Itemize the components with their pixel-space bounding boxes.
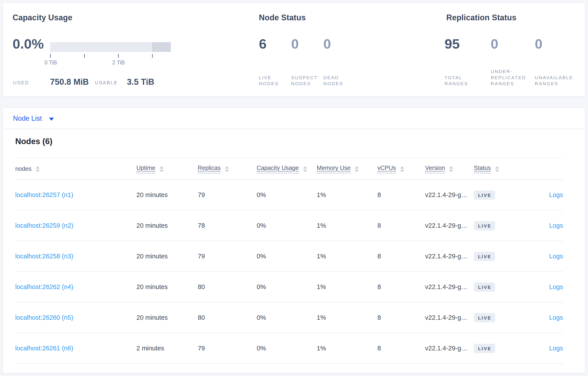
vcpus-cell: 8 [378, 253, 425, 260]
capacity-usage-title: Capacity Usage [13, 13, 72, 22]
logs-link[interactable]: Logs [549, 191, 563, 198]
uptime-cell: 20 minutes [136, 222, 198, 229]
axis-tick [50, 54, 51, 58]
node-cell: localhost:26258 (n3) [15, 253, 136, 260]
sort-arrows-icon[interactable] [449, 166, 453, 172]
vcpus-cell: 8 [378, 283, 425, 291]
capacity-usage-cell: 0% [257, 283, 317, 291]
suspect-nodes-label: SUSPECT NODES [291, 74, 318, 87]
version-cell: v22.1.4-29-g… [425, 345, 474, 352]
vcpus-cell: 8 [378, 222, 425, 229]
node-address-link[interactable]: localhost:26259 (n2) [15, 222, 73, 229]
node-address-link[interactable]: localhost:26258 (n3) [15, 253, 73, 260]
column-header-replicas[interactable]: Replicas [198, 165, 257, 173]
replicas-cell: 80 [198, 314, 257, 321]
version-cell: v22.1.4-29-g… [425, 314, 474, 321]
node-list-dropdown[interactable]: Node List [3, 108, 585, 129]
version-cell: v22.1.4-29-g… [425, 283, 474, 291]
sort-arrows-icon[interactable] [355, 166, 359, 172]
column-header-version[interactable]: Version [425, 165, 474, 173]
version-cell: v22.1.4-29-g… [425, 253, 474, 260]
column-header-capacity-usage[interactable]: Capacity Usage [257, 165, 317, 173]
column-header-memory-use[interactable]: Memory Use [317, 165, 378, 173]
logs-link[interactable]: Logs [549, 253, 563, 260]
column-header-nodes[interactable]: nodes [15, 166, 136, 172]
suspect-nodes-stat: 0 SUSPECT NODES [291, 3, 323, 87]
dead-nodes-label: DEAD NODES [323, 74, 343, 87]
logs-cell: Logs [511, 283, 563, 291]
usable-value: 3.5 TiB [127, 77, 154, 87]
node-address-link[interactable]: localhost:26257 (n1) [15, 191, 73, 198]
column-header-label[interactable]: Version [425, 165, 445, 173]
nodes-table: nodesUptimeReplicasCapacity UsageMemory … [15, 158, 563, 364]
axis-tick [118, 54, 119, 58]
status-cell: LIVE [474, 344, 511, 353]
node-cell: localhost:26262 (n4) [15, 283, 136, 291]
memory-use-cell: 1% [317, 253, 378, 260]
capacity-usage-section: Capacity Usage 0.0% 0 TiB 2 TiB USED 750… [13, 3, 256, 96]
logs-cell: Logs [511, 314, 563, 321]
uptime-cell: 2 minutes [136, 345, 198, 352]
nodes-table-body: localhost:26257 (n1)20 minutes790%1%8v22… [15, 180, 563, 364]
unavailable-ranges-label: UNAVAILABLE RANGES [535, 74, 573, 87]
version-cell: v22.1.4-29-g… [425, 222, 474, 229]
node-address-link[interactable]: localhost:26260 (n5) [15, 314, 73, 321]
cluster-summary-card: Capacity Usage 0.0% 0 TiB 2 TiB USED 750… [3, 3, 585, 97]
sort-arrows-icon[interactable] [495, 166, 499, 172]
column-header-vcpus[interactable]: vCPUs [378, 165, 425, 173]
logs-cell: Logs [511, 191, 563, 198]
vcpus-cell: 8 [378, 314, 425, 321]
version-cell: v22.1.4-29-g… [425, 191, 474, 198]
logs-link[interactable]: Logs [549, 283, 563, 290]
logs-link[interactable]: Logs [549, 345, 563, 352]
sort-arrows-icon[interactable] [160, 166, 164, 172]
suspect-nodes-value: 0 [291, 36, 299, 52]
column-header-label[interactable]: Uptime [136, 165, 155, 173]
memory-use-cell: 1% [317, 283, 378, 291]
logs-cell: Logs [511, 222, 563, 229]
capacity-usage-cell: 0% [257, 222, 317, 229]
status-cell: LIVE [474, 221, 511, 230]
logs-link[interactable]: Logs [549, 222, 563, 229]
table-row: localhost:26261 (n6)2 minutes790%1%8v22.… [15, 333, 563, 364]
capacity-bar-chart: 0 TiB 2 TiB [50, 42, 171, 69]
table-row: localhost:26262 (n4)20 minutes800%1%8v22… [15, 272, 563, 303]
sort-arrows-icon[interactable] [303, 166, 307, 172]
logs-cell: Logs [511, 253, 563, 260]
node-status-section: Node Status 6 LIVE NODES 0 SUSPECT NODES… [256, 3, 424, 96]
table-row: localhost:26258 (n3)20 minutes790%1%8v22… [15, 241, 563, 272]
status-cell: LIVE [474, 190, 511, 200]
capacity-usage-cell: 0% [257, 191, 317, 198]
used-label: USED [13, 80, 29, 86]
column-header-status[interactable]: Status [474, 165, 511, 173]
nodes-table-card: Nodes (6) nodesUptimeReplicasCapacity Us… [3, 129, 585, 373]
sort-arrows-icon[interactable] [225, 166, 229, 172]
total-ranges-label: TOTAL RANGES [444, 74, 468, 87]
sort-arrows-icon[interactable] [400, 166, 404, 172]
total-ranges-value: 95 [444, 36, 460, 52]
under-replicated-ranges-stat: 0 UNDER- REPLICATED RANGES [491, 3, 535, 87]
total-ranges-stat: 95 TOTAL RANGES [444, 3, 491, 87]
column-header-label[interactable]: Memory Use [317, 165, 350, 173]
node-address-link[interactable]: localhost:26262 (n4) [15, 283, 73, 290]
sort-arrows-icon[interactable] [36, 166, 40, 172]
replicas-cell: 79 [198, 253, 257, 260]
table-row: localhost:26260 (n5)20 minutes800%1%8v22… [15, 303, 563, 333]
column-header-uptime[interactable]: Uptime [136, 165, 198, 173]
capacity-usage-cell: 0% [257, 253, 317, 260]
uptime-cell: 20 minutes [136, 253, 198, 260]
column-header-label[interactable]: nodes [15, 166, 32, 172]
vcpus-cell: 8 [378, 191, 425, 198]
column-header-label[interactable]: Capacity Usage [257, 165, 299, 173]
axis-tick [84, 54, 85, 58]
nodes-table-header: nodesUptimeReplicasCapacity UsageMemory … [15, 158, 563, 180]
node-list-dropdown-label[interactable]: Node List [13, 115, 42, 123]
node-address-link[interactable]: localhost:26261 (n6) [15, 345, 73, 352]
column-header-label[interactable]: Status [474, 165, 491, 173]
column-header-label[interactable]: vCPUs [378, 165, 396, 173]
under-replicated-ranges-value: 0 [491, 36, 498, 52]
column-header-label[interactable]: Replicas [198, 165, 221, 173]
table-row: localhost:26259 (n2)20 minutes780%1%8v22… [15, 210, 563, 241]
logs-link[interactable]: Logs [549, 314, 563, 321]
capacity-usage-cell: 0% [257, 314, 317, 321]
